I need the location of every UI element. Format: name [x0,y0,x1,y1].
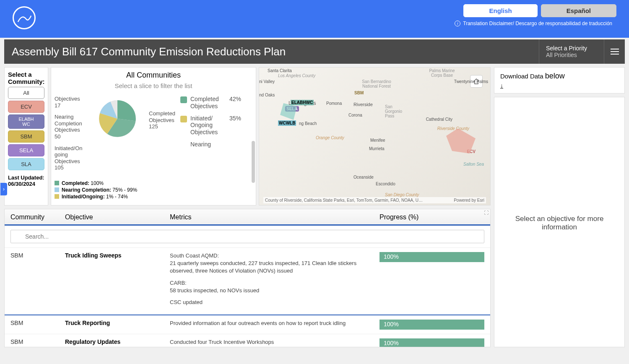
table-header: Community Objective Metrics Progress (%) [5,209,490,226]
objectives-table-panel: ⛶ Community Objective Metrics Progress (… [4,209,491,347]
progress-bar: 100% [379,338,484,347]
col-community: Community [10,213,65,221]
community-all-button[interactable]: All [8,87,44,99]
info-placeholder: Select an objective for more information [503,215,616,231]
priority-selector[interactable]: Select a Priority All Priorities [539,42,604,62]
expand-icon[interactable]: ⛶ [484,210,489,215]
translation-disclaimer[interactable]: i Translation Disclaimer/ Descargo de re… [455,21,612,26]
community-sla-button[interactable]: SLA [8,158,44,170]
page-title: Assembly Bill 617 Community Emission Red… [4,45,286,58]
col-progress: Progress (%) [379,213,484,221]
info-icon: i [455,21,460,26]
chart-panel: All Communities Select a slice to filter… [51,67,256,205]
chart-legend: Completed Objectives 42% Initiated/ Ongo… [180,96,241,176]
expand-tab[interactable]: › [0,183,7,195]
download-button[interactable]: ↓ [500,82,619,89]
status-legend: Completed: 100% Nearing Completion: 75% … [55,180,252,200]
community-ecv-button[interactable]: ECV [8,101,44,113]
select-community-label: Select a Community: [8,71,44,85]
map-panel[interactable]: Santa Clarita Los Angeles County ni Vall… [259,67,491,205]
community-selector-panel: › Select a Community: All ECV ELABHWC SB… [4,67,48,205]
map-attribution: County of Riverside, California State Pa… [263,197,486,203]
table-row[interactable]: SBM Regulatory Updates Conducted four Tr… [5,334,490,347]
menu-button[interactable] [604,39,625,64]
lang-english-button[interactable]: English [463,4,537,17]
scrollbar[interactable] [252,141,255,183]
last-updated: Last Updated: 06/30/2024 [8,174,44,187]
progress-bar: 100% [379,320,484,330]
download-panel: Download Data below ↓ [494,67,625,94]
header-bar: English Español i Translation Disclaimer… [0,0,629,38]
community-sela-button[interactable]: SELA [8,144,44,156]
chart-left-labels: Objectives17 Nearing Completion Objectiv… [55,96,94,176]
col-objective: Objective [65,213,170,221]
objective-detail-panel: Select an objective for more information [494,97,625,347]
pie-chart[interactable]: Completed Objectives125 [94,96,145,176]
search-input[interactable] [10,230,484,243]
table-row[interactable]: SBM Truck Idling Sweeps South Coast AQMD… [5,247,490,315]
chart-title: All Communities [55,71,252,80]
col-metrics: Metrics [170,213,379,221]
community-elabhwc-button[interactable]: ELABHWC [8,114,44,129]
progress-bar: 100% [379,252,484,262]
title-bar: Assembly Bill 617 Community Emission Red… [4,39,625,64]
lang-espanol-button[interactable]: Español [541,4,616,17]
logo [13,6,36,29]
community-sbm-button[interactable]: SBM [8,130,44,143]
table-row[interactable]: SBM Truck Reporting Provided information… [5,315,490,334]
chart-subtitle: Select a slice to filter the list [55,82,252,89]
